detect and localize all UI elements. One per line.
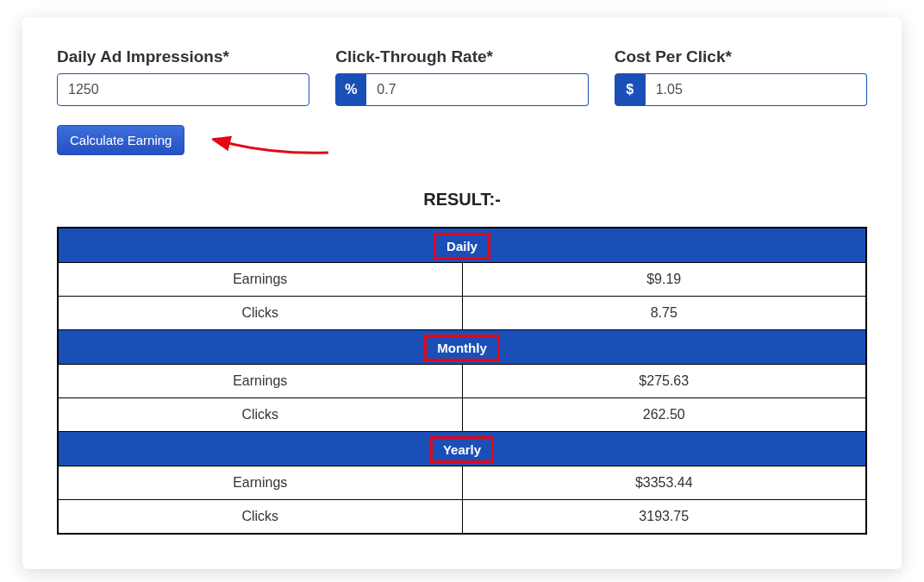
impressions-label: Daily Ad Impressions*	[57, 47, 309, 66]
table-row: Earnings $275.63	[58, 364, 866, 397]
annotation-arrow-icon	[212, 135, 333, 161]
row-value: $275.63	[462, 364, 866, 397]
section-header-daily: Daily	[58, 228, 866, 262]
row-label: Earnings	[58, 262, 462, 296]
row-label: Earnings	[58, 364, 462, 397]
row-value: 262.50	[462, 397, 866, 431]
calculator-card: Daily Ad Impressions* Click-Through Rate…	[22, 17, 902, 569]
row-label: Clicks	[58, 397, 462, 431]
button-row: Calculate Earning	[57, 125, 867, 155]
ctr-label: Click-Through Rate*	[335, 47, 588, 66]
row-label: Earnings	[58, 466, 462, 499]
cpc-label: Cost Per Click*	[615, 47, 867, 66]
result-table: Daily Earnings $9.19 Clicks 8.75 Monthly…	[57, 227, 867, 535]
form-row: Daily Ad Impressions* Click-Through Rate…	[57, 47, 867, 106]
dollar-icon: $	[615, 73, 646, 106]
percent-icon: %	[335, 73, 366, 106]
row-value: 3193.75	[462, 499, 866, 534]
impressions-input[interactable]	[57, 73, 309, 106]
calculate-button[interactable]: Calculate Earning	[57, 125, 184, 155]
row-value: $3353.44	[462, 466, 866, 499]
table-row: Earnings $9.19	[58, 262, 866, 296]
cpc-group: Cost Per Click* $	[615, 47, 867, 106]
impressions-group: Daily Ad Impressions*	[57, 47, 309, 106]
ctr-input[interactable]	[366, 73, 588, 106]
section-header-yearly: Yearly	[58, 431, 866, 466]
table-row: Clicks 8.75	[58, 296, 866, 329]
table-row: Earnings $3353.44	[58, 466, 866, 499]
cpc-input[interactable]	[646, 73, 867, 106]
table-row: Clicks 262.50	[58, 397, 866, 431]
result-title: RESULT:-	[57, 190, 867, 210]
section-header-monthly: Monthly	[58, 329, 866, 364]
row-label: Clicks	[58, 296, 462, 329]
row-value: 8.75	[462, 296, 866, 329]
ctr-group: Click-Through Rate* %	[335, 47, 588, 106]
row-value: $9.19	[462, 262, 866, 296]
row-label: Clicks	[58, 499, 462, 534]
table-row: Clicks 3193.75	[58, 499, 866, 534]
